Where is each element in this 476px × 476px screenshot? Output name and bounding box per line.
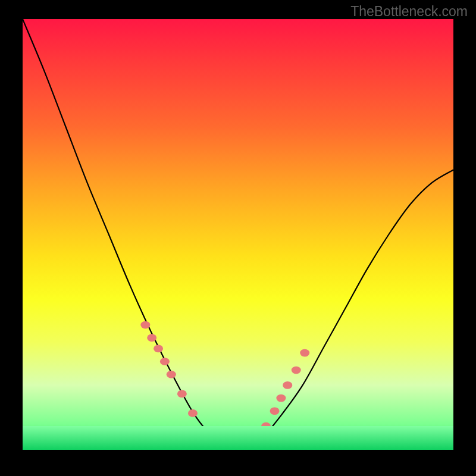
bottom-green-band xyxy=(23,426,453,450)
data-marker xyxy=(188,409,198,417)
data-marker xyxy=(283,381,292,389)
data-marker xyxy=(177,390,187,397)
data-marker xyxy=(276,394,286,402)
watermark-text: TheBottleneck.com xyxy=(350,4,468,20)
data-marker xyxy=(167,371,176,378)
data-marker xyxy=(154,345,163,352)
curve-path xyxy=(23,19,453,450)
chart-plot-area xyxy=(23,19,453,450)
data-marker xyxy=(300,349,309,357)
data-marker xyxy=(270,407,280,415)
chart-svg xyxy=(23,19,453,450)
data-marker xyxy=(147,334,156,342)
data-marker xyxy=(292,367,301,374)
data-marker xyxy=(140,321,150,329)
data-marker xyxy=(160,358,170,365)
